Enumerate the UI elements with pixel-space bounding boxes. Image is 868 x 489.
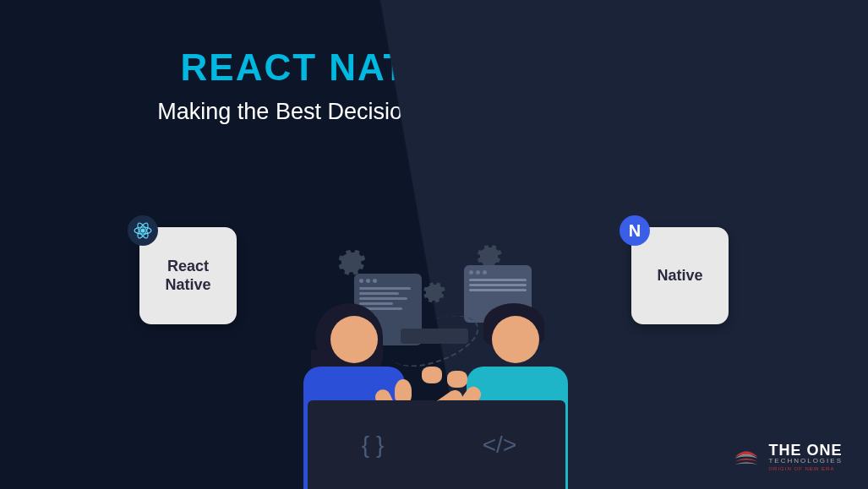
braces-icon: { } — [362, 432, 384, 459]
code-tag-icon: </> — [483, 432, 516, 459]
logo-mark-icon — [731, 442, 762, 472]
subtitle: Making the Best Decision for Your Mobile… — [0, 99, 868, 125]
center-illustration: { } </> — [223, 236, 646, 489]
react-atom-icon — [128, 215, 158, 246]
title-native: NATIVE — [543, 46, 687, 89]
gear-icon — [333, 244, 367, 278]
laptop-left-icon: { } — [308, 400, 439, 489]
svg-point-0 — [141, 229, 145, 232]
logo-name: THE ONE — [768, 443, 843, 458]
vs-badge: VS — [489, 49, 527, 86]
title-react-native: REACT NATIVE — [181, 46, 473, 89]
logo-tagline: ORIGIN OF NEW ERA — [768, 466, 843, 471]
card-react-label: React Native — [165, 258, 210, 294]
card-native: N Native — [631, 227, 729, 324]
header: REACT NATIVE VS NATIVE Making the Best D… — [0, 0, 868, 125]
company-logo: THE ONE TECHNOLOGIES ORIGIN OF NEW ERA — [731, 442, 843, 472]
logo-sub: TECHNOLOGIES — [768, 458, 843, 465]
card-native-label: Native — [657, 267, 702, 285]
gear-icon — [419, 278, 446, 305]
laptop-right-icon: </> — [434, 400, 565, 489]
title-row: REACT NATIVE VS NATIVE — [0, 46, 868, 89]
